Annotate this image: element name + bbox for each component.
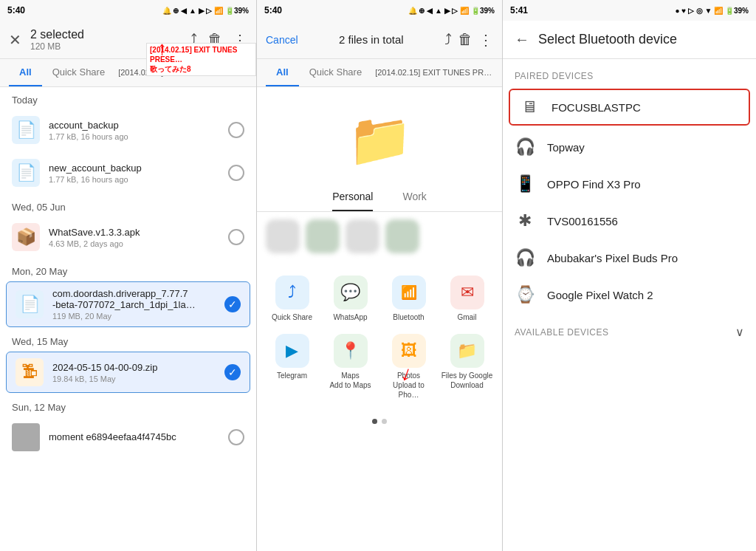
maps-label: MapsAdd to Maps [329, 371, 371, 390]
more-icon-2[interactable]: ⋮ [478, 31, 493, 49]
section-wed-jun: Wed, 05 Jun [0, 194, 256, 216]
status-time-2: 5:40 [264, 5, 282, 16]
status-bar-1: 5:40 🔔 ⊕ ◀ ▲ ▶ ▷ 📶 🔋39% [0, 0, 256, 21]
file-meta-4: 119 MB, 20 May [52, 312, 216, 321]
bt-device-pixelwatch[interactable]: ⌚ Google Pixel Watch 2 [503, 276, 756, 313]
file-meta-5: 19.84 kB, 15 May [52, 374, 216, 383]
phone-icon: 📱 [515, 174, 535, 194]
files-icon: 📁 [450, 334, 484, 368]
tab-all-2[interactable]: All [266, 59, 299, 86]
section-mon-may: Mon, 20 May [0, 259, 256, 280]
close-button-1[interactable]: ✕ [9, 31, 21, 49]
suggested-apps-row [257, 212, 502, 261]
file-info-4: com.doordash.driverapp_7.77.7-beta-70770… [52, 288, 216, 321]
selected-count-1: 2 selected [30, 28, 184, 41]
file-icon-zip: 🗜 [16, 358, 44, 386]
file-item-account-backup[interactable]: 📄 account_backup 1.77 kB, 16 hours ago [0, 109, 256, 151]
status-time-3: 5:41 [510, 5, 528, 16]
tabs-1: All Quick Share [2014.02.15] EXIT TUNES … [0, 59, 256, 87]
desktop-icon: 🖥 [519, 97, 540, 117]
select-radio-1[interactable] [228, 122, 244, 138]
share-tab-personal[interactable]: Personal [332, 191, 373, 211]
share-app-bluetooth[interactable]: 📶 Bluetooth [379, 270, 438, 328]
files-label: Files by GoogleDownload [441, 371, 492, 390]
status-bar-2: 5:40 🔔 ⊕ ◀ ▲ ▶ ▷ 📶 🔋39% [257, 0, 502, 21]
dot-1 [372, 419, 377, 424]
share-app-photos[interactable]: 🖼 PhotosUpload to Pho… [379, 328, 438, 405]
select-radio-6[interactable] [228, 429, 244, 445]
suggested-app-3 [346, 219, 379, 253]
share-icon-2[interactable]: ⤴ [444, 31, 452, 48]
bt-back-button[interactable]: ← [515, 31, 529, 48]
share-tabs: Personal Work [257, 182, 502, 212]
bt-device-tvs[interactable]: ✱ TVS00161556 [503, 202, 756, 239]
device-name-pixelbuds: Abubakar's Pixel Buds Pro [547, 252, 678, 264]
share-header: Cancel 2 files in total ⤴ 🗑 ⋮ [257, 21, 502, 59]
tab-extra-2: [2014.02.15] EXIT TUNES PRESE… 歌ってみた8 [375, 67, 493, 78]
cancel-button[interactable]: Cancel [266, 34, 298, 46]
gmail-icon: ✉ [450, 276, 484, 309]
select-check-4[interactable]: ✓ [224, 296, 241, 312]
select-check-5[interactable]: ✓ [224, 364, 241, 380]
toolbar-1: ✕ 2 selected 120 MB ⤴ 🗑 ⋮ [0, 21, 256, 59]
whatsapp-label: WhatsApp [333, 312, 367, 322]
file-icon-doc-2: 📄 [12, 159, 40, 187]
dots-indicator [257, 414, 502, 428]
share-app-quickshare[interactable]: ⤴ Quick Share [263, 270, 321, 328]
share-tab-work[interactable]: Work [402, 191, 426, 211]
panel-3-bluetooth: 5:41 ● ♥ ▷ ◎ ▼ 📶 🔋39% ← Select Bluetooth… [503, 0, 756, 551]
bt-paired-header: Paired devices [503, 59, 756, 86]
headphones-icon-1: 🎧 [515, 137, 535, 157]
dot-2 [382, 419, 387, 424]
tab-all-1[interactable]: All [9, 59, 42, 86]
delete-icon-1[interactable]: 🗑 [207, 31, 222, 48]
status-bar-3: 5:41 ● ♥ ▷ ◎ ▼ 📶 🔋39% [503, 0, 756, 21]
file-name-3: WhatSave.v1.3.3.apk [49, 227, 219, 238]
share-app-whatsapp[interactable]: 💬 WhatsApp [321, 270, 379, 328]
delete-icon-2[interactable]: 🗑 [458, 31, 472, 48]
tab-quickshare-1[interactable]: Quick Share [42, 59, 116, 86]
file-item-doordash[interactable]: 📄 com.doordash.driverapp_7.77.7-beta-707… [6, 281, 250, 327]
device-name-topway: Topway [547, 141, 585, 154]
file-icon-apk: 📦 [12, 223, 40, 251]
status-icons-2: 🔔 ⊕ ◀ ▲ ▶ ▷ 📶 🔋39% [408, 7, 495, 15]
share-title: 2 files in total [304, 33, 439, 46]
toolbar-title-1: 2 selected 120 MB [30, 28, 184, 52]
maps-icon: 📍 [334, 334, 368, 368]
tabs-2: All Quick Share [2014.02.15] EXIT TUNES … [257, 59, 502, 87]
file-icon-doc-1: 📄 [12, 116, 40, 144]
file-name-4: com.doordash.driverapp_7.77.7-beta-70770… [52, 288, 216, 310]
whatsapp-icon: 💬 [334, 276, 368, 309]
bt-device-topway[interactable]: 🎧 Topway [503, 129, 756, 165]
share-app-telegram[interactable]: ▶ Telegram [263, 328, 321, 405]
device-name-pixelwatch: Google Pixel Watch 2 [547, 289, 653, 301]
share-app-files[interactable]: 📁 Files by GoogleDownload [438, 328, 496, 405]
share-icon-1[interactable]: ⤴ [190, 31, 197, 48]
panel-2-share-sheet: 5:40 🔔 ⊕ ◀ ▲ ▶ ▷ 📶 🔋39% Cancel 2 files i… [257, 0, 503, 551]
file-item-new-account-backup[interactable]: 📄 new_account_backup 1.77 kB, 16 hours a… [0, 151, 256, 194]
bt-header: ← Select Bluetooth device [503, 21, 756, 59]
tab-quickshare-2[interactable]: Quick Share [299, 59, 373, 86]
share-app-maps[interactable]: 📍 MapsAdd to Maps [321, 328, 379, 405]
select-radio-2[interactable] [228, 165, 244, 181]
bt-available-chevron[interactable]: ∨ [735, 325, 744, 339]
bt-device-oppo[interactable]: 📱 OPPO Find X3 Pro [503, 165, 756, 202]
select-radio-3[interactable] [228, 229, 244, 245]
file-item-zip[interactable]: 🗜 2024-05-15 04-00-09.zip 19.84 kB, 15 M… [6, 352, 250, 393]
file-info-6: moment e6894eefaa4f4745bc [49, 431, 219, 444]
device-name-oppo: OPPO Find X3 Pro [547, 178, 641, 191]
photos-icon: 🖼 [392, 334, 426, 368]
status-time-1: 5:40 [7, 5, 25, 16]
share-folder-area: 📁 [257, 87, 502, 182]
selected-size-1: 120 MB [30, 41, 184, 52]
file-item-moment[interactable]: moment e6894eefaa4f4745bc [0, 416, 256, 459]
bt-device-pixelbuds[interactable]: 🎧 Abubakar's Pixel Buds Pro [503, 239, 756, 276]
bt-device-focusblastpc[interactable]: 🖥 FOCUSBLASTPC [509, 89, 750, 126]
bluetooth-icon-small: ✱ [515, 211, 535, 230]
share-app-gmail[interactable]: ✉ Gmail [438, 270, 496, 328]
bt-available-label: Available devices [515, 327, 608, 338]
more-icon-1[interactable]: ⋮ [233, 31, 247, 49]
share-apps-grid: ⤴ Quick Share 💬 WhatsApp 📶 Bluetooth ✉ G… [257, 261, 502, 414]
suggested-app-4 [385, 219, 419, 253]
file-item-whatsave[interactable]: 📦 WhatSave.v1.3.3.apk 4.63 MB, 2 days ag… [0, 216, 256, 259]
